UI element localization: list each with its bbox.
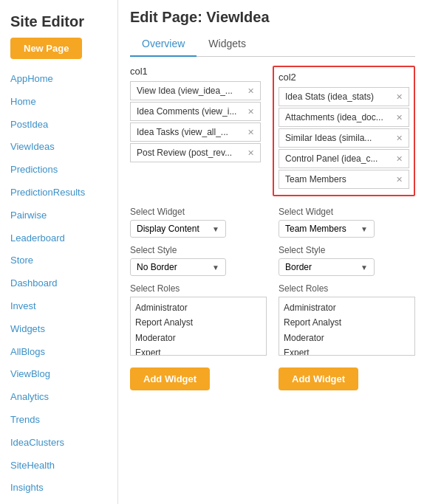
widget-name: Post Review (post_rev... [137,148,232,158]
new-page-button[interactable]: New Page [10,38,82,59]
col1-select-roles-row: Select Roles Administrator Report Analys… [130,283,267,356]
page-title: Edit Page: ViewIdea [130,9,415,26]
sidebar-item-insights[interactable]: Insights [0,477,117,500]
sidebar-item-analytics[interactable]: Analytics [0,386,117,409]
col2-widget-value: Team Members [285,224,346,234]
list-item[interactable]: View Idea (view_idea_... ✕ [130,81,261,100]
role-item: Moderator [284,331,410,345]
role-item: Administrator [284,300,410,315]
col1-widget-dropdown[interactable]: Display Content ▼ [130,220,226,238]
bottom-row: Select Widget Display Content ▼ Select S… [130,207,415,390]
col2-select-style-label: Select Style [279,245,415,255]
sidebar-item-viewideas[interactable]: ViewIdeas [0,136,117,159]
col1-select-widget-row: Select Widget Display Content ▼ [130,207,267,238]
sidebar-item-store[interactable]: Store [0,249,117,272]
col2-style-dropdown[interactable]: Border ▼ [279,258,375,276]
widget-name: Idea Stats (idea_stats) [285,92,374,102]
col2-section: col2 Idea Stats (idea_stats) ✕ Attachmen… [273,66,415,196]
widget-name: Team Members [285,174,346,184]
col1-select-style-label: Select Style [130,245,267,255]
col1-controls: Select Widget Display Content ▼ Select S… [130,207,267,390]
sidebar-item-widgets[interactable]: Widgets [0,318,117,341]
sidebar-item-apphome[interactable]: AppHome [0,68,117,91]
chevron-down-icon: ▼ [212,225,219,233]
columns-grid: col1 View Idea (view_idea_... ✕ Idea Com… [130,66,415,196]
widget-name: Similar Ideas (simila... [285,133,372,143]
close-icon[interactable]: ✕ [396,113,403,122]
list-item[interactable]: Idea Tasks (view_all_... ✕ [130,122,261,142]
list-item[interactable]: Post Review (post_rev... ✕ [130,143,261,162]
col2-add-widget-button[interactable]: Add Widget [279,367,358,390]
close-icon[interactable]: ✕ [396,134,403,143]
sidebar-item-pairwise[interactable]: Pairwise [0,204,117,227]
col1-style-dropdown[interactable]: No Border ▼ [130,258,226,276]
list-item[interactable]: Similar Ideas (simila... ✕ [279,128,409,148]
tabs-bar: Overview Widgets [130,33,415,57]
list-item[interactable]: Idea Stats (idea_stats) ✕ [279,87,409,106]
col2-select-roles-label: Select Roles [279,283,415,294]
sidebar-item-dashboard[interactable]: Dashboard [0,272,117,295]
col1-roles-list[interactable]: Administrator Report Analyst Moderator E… [130,297,267,356]
col2-label: col2 [279,72,409,83]
col1-label: col1 [130,66,261,77]
col2-style-value: Border [285,262,312,272]
list-item[interactable]: Attachments (idea_doc... ✕ [279,108,409,127]
col2-select-roles-row: Select Roles Administrator Report Analys… [279,283,415,356]
main-content: Edit Page: ViewIdea Overview Widgets col… [118,0,427,504]
col1-widget-value: Display Content [137,224,199,234]
close-icon[interactable]: ✕ [396,175,403,184]
role-item: Report Analyst [135,315,262,330]
col2-widget-list: Idea Stats (idea_stats) ✕ Attachments (i… [279,87,409,189]
widget-name: Attachments (idea_doc... [285,112,383,122]
sidebar-item-predictions[interactable]: Predictions [0,159,117,182]
list-item[interactable]: Control Panel (idea_c... ✕ [279,149,409,168]
list-item[interactable]: Idea Comments (view_i... ✕ [130,102,261,121]
sidebar-item-trends[interactable]: Trends [0,409,117,432]
col1-select-roles-label: Select Roles [130,283,267,294]
sidebar-item-home[interactable]: Home [0,91,117,114]
app-title: Site Editor [0,7,117,38]
role-item: Moderator [135,331,262,345]
col1-add-widget-button[interactable]: Add Widget [130,367,210,390]
widget-name: Idea Comments (view_i... [137,106,236,117]
close-icon[interactable]: ✕ [396,154,403,164]
role-item: Report Analyst [284,315,410,330]
close-icon[interactable]: ✕ [396,92,403,102]
col2-controls: Select Widget Team Members ▼ Select Styl… [279,207,415,390]
col2-select-style-row: Select Style Border ▼ [279,245,415,276]
sidebar-item-predictionresults[interactable]: PredictionResults [0,182,117,204]
close-icon[interactable]: ✕ [247,128,254,137]
sidebar-item-leaderboard[interactable]: Leaderboard [0,227,117,250]
sidebar-item-allblogs[interactable]: AllBlogs [0,341,117,364]
col2-select-widget-row: Select Widget Team Members ▼ [279,207,415,238]
col2-roles-list[interactable]: Administrator Report Analyst Moderator E… [279,297,415,356]
col2-widget-dropdown[interactable]: Team Members ▼ [279,220,375,238]
list-item[interactable]: Team Members ✕ [279,170,409,189]
col1-widget-list: View Idea (view_idea_... ✕ Idea Comments… [130,81,261,162]
col1-select-style-row: Select Style No Border ▼ [130,245,267,276]
tab-widgets[interactable]: Widgets [197,33,258,56]
col1-style-value: No Border [137,262,177,272]
sidebar-item-viewblog[interactable]: ViewBlog [0,363,117,386]
widget-name: View Idea (view_idea_... [137,86,233,96]
sidebar-item-postidea[interactable]: PostIdea [0,114,117,137]
col2-select-widget-label: Select Widget [279,207,415,217]
sidebar-item-ideaclusters[interactable]: IdeaClusters [0,432,117,455]
chevron-down-icon: ▼ [212,263,219,272]
tab-overview[interactable]: Overview [130,33,197,57]
role-item: Expert [135,345,262,356]
sidebar-nav: AppHomeHomePostIdeaViewIdeasPredictionsP… [0,68,117,500]
widget-name: Idea Tasks (view_all_... [137,127,228,137]
role-item: Expert [284,345,410,356]
sidebar: Site Editor New Page AppHomeHomePostIdea… [0,0,118,504]
chevron-down-icon: ▼ [361,225,368,233]
close-icon[interactable]: ✕ [247,107,254,117]
role-item: Administrator [135,300,262,315]
close-icon[interactable]: ✕ [247,148,254,158]
col1-select-widget-label: Select Widget [130,207,267,217]
sidebar-item-sitehealth[interactable]: SiteHealth [0,455,117,477]
sidebar-item-invest[interactable]: Invest [0,295,117,318]
chevron-down-icon: ▼ [361,263,368,272]
close-icon[interactable]: ✕ [247,86,254,96]
widget-name: Control Panel (idea_c... [285,153,378,164]
